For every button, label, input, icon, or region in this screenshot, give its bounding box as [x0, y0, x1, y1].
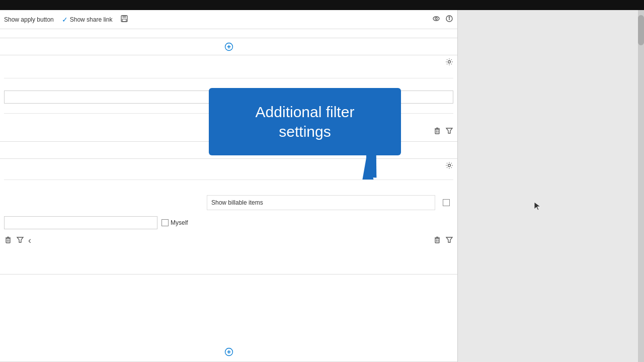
info-button[interactable] [445, 15, 453, 24]
show-apply-button-label[interactable]: Show apply button [4, 16, 54, 23]
plus-circle-icon-3 [224, 347, 233, 356]
add-filter-button-1[interactable] [224, 42, 233, 51]
show-share-link-toggle[interactable]: ✓ Show share link [62, 16, 113, 24]
myself-label: Myself [171, 219, 188, 226]
svg-point-7 [449, 17, 450, 18]
svg-rect-28 [435, 238, 439, 243]
svg-marker-17 [446, 128, 452, 133]
right-panel [458, 10, 644, 362]
scrollbar[interactable] [638, 10, 644, 362]
filter-icon-2 [16, 236, 24, 244]
add-row-1 [0, 38, 457, 55]
filter-icon-3 [445, 236, 453, 244]
svg-point-3 [433, 17, 439, 21]
save-icon-button[interactable] [120, 15, 128, 25]
plus-circle-icon-1 [224, 42, 233, 51]
svg-rect-12 [435, 129, 439, 134]
show-share-link-label: Show share link [70, 16, 113, 23]
gear-button-2[interactable] [445, 161, 453, 171]
trash-icon-1 [433, 127, 441, 135]
info-icon [445, 15, 453, 23]
trash-icon-3 [433, 236, 441, 244]
eye-icon [432, 15, 440, 23]
gear-icon-1 [445, 58, 453, 66]
save-icon [120, 15, 128, 23]
trash-icon-2 [4, 236, 12, 244]
svg-point-21 [448, 164, 451, 166]
myself-row: Myself [0, 214, 457, 233]
main-panel: Show apply button ✓ Show share link [0, 10, 458, 362]
billable-checkbox[interactable] [443, 199, 450, 206]
filter-icon-1 [445, 127, 453, 135]
svg-rect-22 [6, 238, 10, 243]
bottom-filter-card: Show billable items Myself [0, 159, 457, 275]
delete-button-2[interactable] [4, 236, 12, 245]
svg-rect-1 [123, 16, 126, 18]
add-row-3 [0, 345, 457, 362]
svg-rect-2 [122, 19, 126, 22]
svg-marker-27 [17, 237, 23, 242]
billable-items-label: Show billable items [211, 199, 263, 206]
callout-overlay: Additional filter settings [209, 88, 401, 155]
delete-button-3[interactable] [433, 236, 441, 245]
bottom-actions-row: ‹ [0, 233, 457, 249]
callout-text: Additional filter settings [227, 102, 383, 141]
toolbar: Show apply button ✓ Show share link [0, 10, 457, 29]
gear-button-1[interactable] [445, 58, 453, 67]
svg-point-4 [435, 18, 437, 20]
delete-button-1[interactable] [433, 127, 441, 136]
eye-button[interactable] [432, 15, 440, 24]
filter-settings-button-1[interactable] [445, 127, 453, 136]
svg-point-11 [448, 60, 451, 63]
filter-settings-button-3[interactable] [445, 236, 453, 245]
myself-input[interactable] [4, 216, 157, 229]
gear-icon-2 [445, 161, 453, 169]
cursor-indicator [533, 201, 541, 213]
top-lines-area [0, 29, 457, 38]
filter-settings-button-2[interactable] [16, 236, 24, 245]
myself-checkbox[interactable] [162, 219, 169, 226]
check-icon: ✓ [62, 16, 68, 24]
myself-toggle[interactable]: Myself [162, 219, 188, 226]
chevron-left-button[interactable]: ‹ [28, 235, 31, 246]
svg-marker-33 [446, 237, 452, 242]
add-filter-button-3[interactable] [224, 347, 233, 359]
callout-bubble: Additional filter settings [209, 88, 401, 155]
billable-row: Show billable items [0, 193, 457, 214]
